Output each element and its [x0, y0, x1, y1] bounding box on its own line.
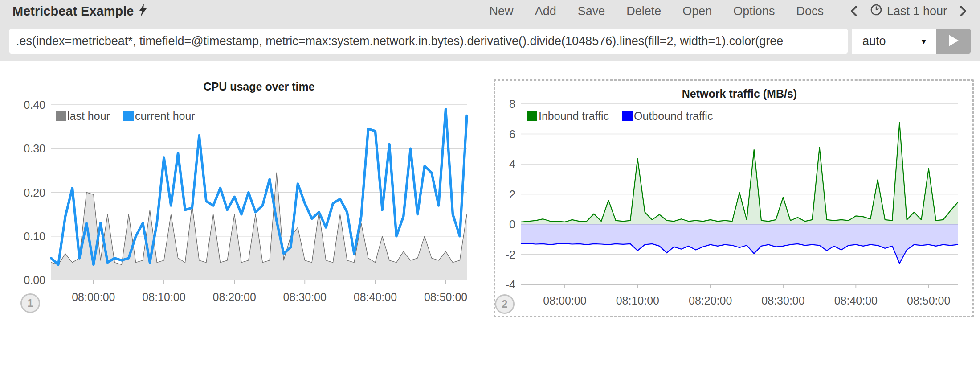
legend-item-last-hour[interactable]: last hour [56, 110, 110, 123]
chart-panel-cpu[interactable] [13, 67, 477, 319]
timelion-page: { "header": { "title": "Metricbeat Examp… [0, 0, 980, 379]
nav-item-delete[interactable]: Delete [626, 4, 661, 18]
legend-swatch [123, 111, 134, 121]
nav-item-new[interactable]: New [490, 4, 514, 18]
legend-network: Inbound trafficOutbound traffic [527, 110, 713, 123]
legend-cpu: last hourcurrent hour [56, 110, 195, 123]
time-picker-button[interactable]: Last 1 hour [870, 4, 947, 19]
legend-label: current hour [135, 110, 195, 123]
page-title: Metricbeat Example [12, 2, 148, 20]
chart-title-network: Network traffic (MB/s) [521, 87, 958, 100]
time-picker-label: Last 1 hour [887, 4, 947, 18]
query-bar: auto ▼ [9, 29, 971, 54]
nav-item-docs[interactable]: Docs [796, 4, 824, 18]
run-query-button[interactable] [936, 29, 971, 54]
legend-item-current-hour[interactable]: current hour [123, 110, 195, 123]
time-navigation: Last 1 hour [849, 4, 968, 19]
play-icon [948, 34, 959, 48]
legend-label: Inbound traffic [539, 110, 609, 123]
chart-title-cpu: CPU usage over time [51, 80, 467, 93]
chevron-down-icon: ▼ [920, 37, 927, 46]
page-title-text: Metricbeat Example [12, 4, 134, 19]
clock-icon [870, 4, 882, 19]
interval-select[interactable]: auto ▼ [852, 29, 936, 54]
legend-swatch [527, 111, 537, 121]
menu-row: Metricbeat Example NewAddSaveDeleteOpenO… [0, 0, 980, 22]
legend-label: Outbound traffic [634, 110, 713, 123]
legend-swatch [622, 111, 633, 121]
legend-label: last hour [67, 110, 110, 123]
chevron-left-icon[interactable] [849, 5, 858, 17]
timelion-expression-input[interactable] [9, 29, 848, 54]
interval-select-value: auto [862, 34, 886, 48]
legend-swatch [56, 111, 66, 121]
header-bar: Metricbeat Example NewAddSaveDeleteOpenO… [0, 0, 980, 61]
chevron-right-icon[interactable] [959, 5, 968, 17]
legend-item-outbound-traffic[interactable]: Outbound traffic [622, 110, 713, 123]
nav-item-add[interactable]: Add [535, 4, 556, 18]
legend-item-inbound-traffic[interactable]: Inbound traffic [527, 110, 609, 123]
nav-item-options[interactable]: Options [733, 4, 775, 18]
panel-number-badge: 2 [495, 294, 514, 314]
nav-item-open[interactable]: Open [682, 4, 712, 18]
nav-menu: NewAddSaveDeleteOpenOptionsDocs [490, 4, 824, 18]
nav-item-save[interactable]: Save [578, 4, 605, 18]
panel-number-badge: 1 [20, 293, 40, 313]
lightning-bolt-icon [138, 4, 148, 20]
